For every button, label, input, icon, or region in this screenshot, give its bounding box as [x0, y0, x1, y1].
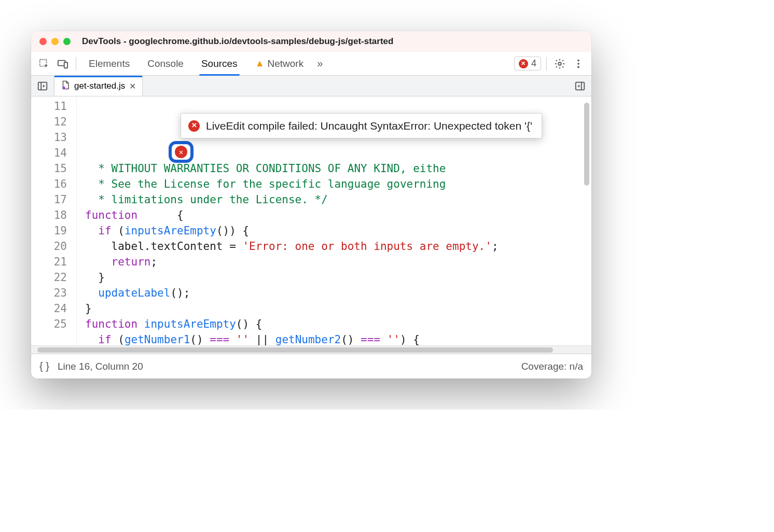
sources-tabbar: get-started.js ✕ [31, 76, 591, 96]
line-number[interactable]: 19 [31, 223, 67, 239]
statusbar: { } Line 16, Column 20 Coverage: n/a [31, 354, 591, 379]
code-editor[interactable]: 111213141516171819202122232425 LiveEdit … [31, 96, 591, 345]
code-line[interactable]: } [85, 301, 591, 316]
inspect-element-icon[interactable] [36, 56, 52, 72]
coverage-status: Coverage: n/a [521, 361, 583, 372]
titlebar: DevTools - googlechrome.github.io/devtoo… [31, 31, 591, 52]
vertical-scrollbar[interactable] [584, 103, 589, 186]
code-line[interactable]: return; [85, 254, 591, 270]
tab-network-label: Network [267, 58, 303, 69]
code-line[interactable]: } [85, 270, 591, 285]
svg-point-4 [577, 59, 579, 61]
tab-network[interactable]: ▲ Network [248, 52, 311, 75]
tab-elements-label: Elements [89, 58, 130, 69]
warning-icon: ▲ [255, 58, 265, 69]
pretty-print-icon[interactable]: { } [39, 360, 49, 372]
toolbar-divider [546, 57, 547, 71]
code-content[interactable]: LiveEdit compile failed: Uncaught Syntax… [77, 96, 591, 345]
line-number[interactable]: 20 [31, 239, 67, 254]
code-line[interactable]: if (getNumber1() === '' || getNumber2() … [85, 332, 591, 345]
navigator-toggle-icon[interactable] [35, 79, 50, 93]
error-count-value: 4 [531, 58, 536, 69]
device-toolbar-icon[interactable] [55, 56, 71, 72]
horizontal-scrollbar[interactable] [37, 347, 553, 353]
line-number[interactable]: 16 [31, 176, 67, 192]
svg-point-3 [558, 62, 561, 65]
code-line[interactable]: * WITHOUT WARRANTIES OR CONDITIONS OF AN… [85, 161, 591, 176]
code-line[interactable]: label.textContent = 'Error: one or both … [85, 239, 591, 254]
error-icon [519, 59, 528, 68]
settings-gear-icon[interactable] [552, 56, 568, 72]
code-line[interactable]: updateLabel(); [85, 285, 591, 301]
close-window-button[interactable] [39, 38, 47, 45]
svg-point-9 [62, 86, 65, 89]
line-number[interactable]: 18 [31, 207, 67, 223]
line-number[interactable]: 12 [31, 114, 67, 130]
code-line[interactable]: if (inputsAreEmpty()) { [85, 223, 591, 239]
svg-rect-2 [64, 62, 67, 68]
code-line[interactable]: function inputsAreEmpty() { [85, 316, 591, 332]
line-number[interactable]: 22 [31, 270, 67, 285]
more-tabs-icon[interactable]: » [314, 58, 326, 69]
line-number[interactable]: 15 [31, 161, 67, 176]
toolbar-divider [76, 57, 76, 71]
line-number[interactable]: 24 [31, 301, 67, 316]
svg-point-5 [577, 63, 579, 65]
line-number[interactable]: 13 [31, 130, 67, 145]
error-count-badge[interactable]: 4 [514, 57, 541, 71]
tab-elements[interactable]: Elements [81, 52, 137, 75]
svg-rect-7 [38, 82, 47, 90]
tab-sources[interactable]: Sources [194, 52, 245, 75]
error-tooltip: LiveEdit compile failed: Uncaught Syntax… [181, 113, 542, 138]
error-tooltip-text: LiveEdit compile failed: Uncaught Syntax… [206, 119, 532, 133]
tab-console[interactable]: Console [140, 52, 191, 75]
close-tab-icon[interactable]: ✕ [129, 81, 136, 91]
cursor-position: Line 16, Column 20 [58, 361, 143, 372]
line-number[interactable]: 14 [31, 145, 67, 161]
file-tab[interactable]: get-started.js ✕ [54, 76, 143, 96]
code-line[interactable]: function { [85, 207, 591, 223]
minimize-window-button[interactable] [51, 38, 59, 45]
inline-error-marker[interactable] [169, 141, 194, 163]
debugger-toggle-icon[interactable] [573, 79, 587, 93]
file-modified-icon [61, 80, 70, 92]
zoom-window-button[interactable] [63, 38, 71, 45]
horizontal-scrollbar-track[interactable] [31, 345, 591, 354]
line-number[interactable]: 25 [31, 316, 67, 332]
line-number-gutter: 111213141516171819202122232425 [31, 96, 77, 345]
window-controls [39, 38, 71, 45]
main-toolbar: Elements Console Sources ▲ Network » 4 [31, 52, 591, 76]
line-number[interactable]: 21 [31, 254, 67, 270]
tab-console-label: Console [147, 58, 184, 69]
svg-rect-10 [576, 82, 585, 90]
error-icon [188, 120, 200, 132]
code-line[interactable]: * limitations under the License. */ [85, 192, 591, 207]
error-icon [175, 146, 187, 158]
tab-sources-label: Sources [201, 58, 238, 69]
code-line[interactable]: * See the License for the specific langu… [85, 176, 591, 192]
devtools-window: DevTools - googlechrome.github.io/devtoo… [31, 31, 591, 379]
line-number[interactable]: 23 [31, 285, 67, 301]
svg-point-6 [577, 66, 579, 68]
window-title: DevTools - googlechrome.github.io/devtoo… [82, 36, 393, 47]
line-number[interactable]: 17 [31, 192, 67, 207]
file-tab-label: get-started.js [74, 81, 125, 91]
kebab-menu-icon[interactable] [571, 56, 586, 72]
line-number[interactable]: 11 [31, 99, 67, 114]
